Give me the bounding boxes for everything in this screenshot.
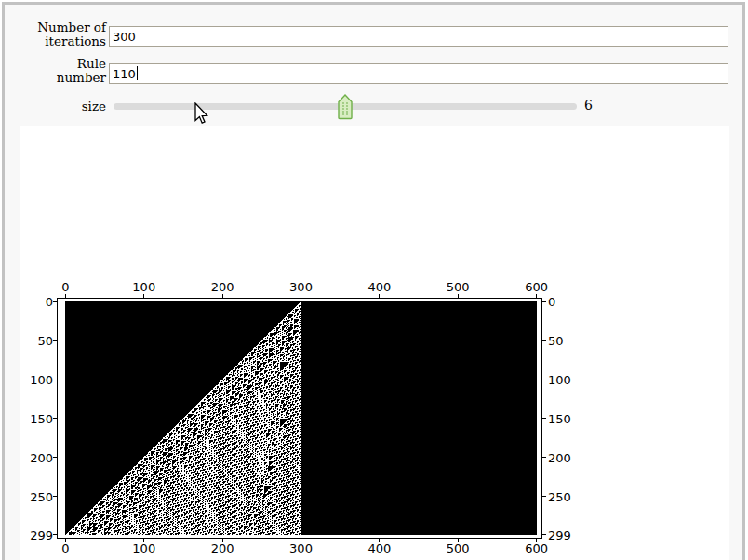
x-tick-label-bottom: 0 (61, 541, 69, 555)
rule-number-label: Rule number (28, 57, 106, 85)
y-tick-mark (542, 380, 546, 380)
y-tick-label-left: 250 (30, 489, 53, 503)
y-tick-mark (542, 534, 546, 535)
iterations-label: Number of iterations (28, 20, 106, 48)
x-tick-label-bottom: 200 (211, 541, 234, 555)
size-slider-value: 6 (584, 98, 593, 113)
x-tick-mark (536, 294, 537, 298)
x-tick-mark (65, 294, 66, 298)
x-tick-label-top: 100 (132, 280, 155, 294)
y-tick-label-right: 250 (548, 489, 571, 503)
y-tick-mark (53, 380, 57, 380)
x-tick-label-top: 400 (367, 280, 391, 294)
y-tick-label-left: 200 (30, 450, 53, 464)
y-tick-mark (53, 418, 57, 419)
rule110-plot: 0010010020020030030040040050050060060000… (57, 298, 542, 539)
x-tick-label-bottom: 100 (132, 541, 155, 555)
x-tick-label-top: 600 (525, 280, 548, 294)
x-tick-label-top: 300 (289, 280, 313, 294)
y-tick-mark (53, 340, 57, 341)
y-tick-label-right: 150 (548, 411, 571, 425)
y-tick-mark (542, 496, 546, 497)
y-tick-mark (542, 457, 546, 458)
y-tick-label-left: 150 (30, 411, 53, 425)
y-tick-label-left: 299 (30, 527, 53, 541)
x-tick-mark (458, 294, 459, 298)
x-tick-mark (301, 294, 301, 298)
text-caret (137, 66, 138, 80)
y-tick-label-right: 200 (548, 450, 571, 464)
x-tick-label-top: 0 (61, 280, 69, 294)
x-tick-label-bottom: 400 (367, 541, 391, 555)
y-tick-mark (53, 534, 57, 535)
x-tick-mark (143, 294, 144, 298)
y-tick-label-left: 50 (37, 334, 53, 348)
rule-number-input[interactable] (109, 63, 728, 84)
iterations-input[interactable] (109, 26, 728, 47)
cellular-automaton-image (65, 301, 537, 535)
y-tick-label-right: 0 (548, 295, 555, 309)
y-tick-label-left: 0 (46, 295, 53, 309)
arrow-cursor-icon (194, 102, 208, 125)
slider-thumb-icon[interactable] (338, 94, 353, 120)
y-tick-label-right: 50 (548, 334, 564, 348)
y-tick-mark (542, 340, 546, 341)
x-tick-mark (379, 294, 380, 298)
x-tick-label-top: 500 (447, 280, 470, 294)
y-tick-mark (542, 301, 546, 302)
y-tick-mark (53, 301, 57, 302)
y-tick-label-left: 100 (30, 373, 53, 387)
y-tick-mark (542, 418, 546, 419)
x-tick-label-bottom: 300 (289, 541, 313, 555)
y-tick-mark (53, 457, 57, 458)
x-tick-label-bottom: 600 (525, 541, 548, 555)
y-tick-label-right: 100 (548, 373, 571, 387)
y-tick-mark (53, 496, 57, 497)
size-label: size (28, 100, 106, 113)
x-tick-label-bottom: 500 (447, 541, 470, 555)
x-tick-label-top: 200 (211, 280, 234, 294)
y-tick-label-right: 299 (548, 527, 571, 541)
x-tick-mark (222, 294, 223, 298)
